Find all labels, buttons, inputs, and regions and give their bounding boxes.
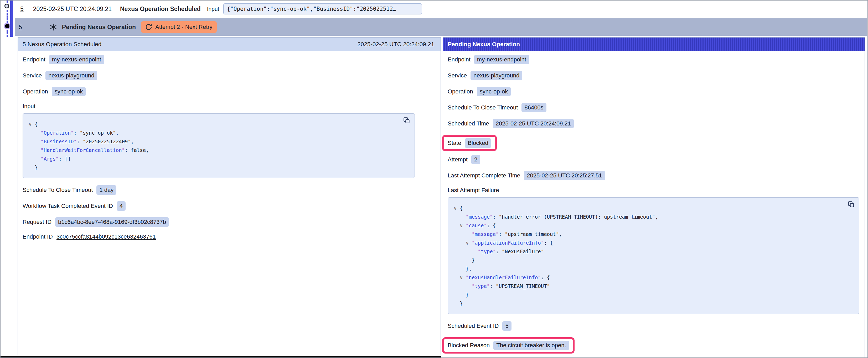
field-label: Endpoint ID bbox=[23, 233, 53, 240]
code-line: "message": "upstream timeout", bbox=[454, 230, 853, 238]
field-label: Scheduled Time bbox=[448, 120, 489, 127]
code-line: } bbox=[454, 256, 853, 265]
code-line: } bbox=[454, 299, 853, 308]
field-label: Attempt bbox=[448, 156, 468, 163]
field-row: Endpointmy-nexus-endpoint bbox=[23, 55, 435, 64]
field-value-badge: my-nexus-endpoint bbox=[49, 55, 104, 64]
collapse-caret-icon[interactable]: ∨ bbox=[460, 223, 463, 228]
field-value-badge: The circuit breaker is open. bbox=[493, 341, 569, 350]
field-value-badge: Blocked bbox=[465, 138, 491, 148]
field-label: Schedule To Close Timeout bbox=[23, 187, 93, 193]
field-label: Scheduled Event ID bbox=[448, 323, 499, 329]
event-id-link[interactable]: 5 bbox=[19, 24, 22, 31]
code-line: "type": "NexusFailure" bbox=[454, 247, 853, 256]
field-row: Endpoint ID3c0c75ccfa8144b092c13ce632463… bbox=[23, 233, 435, 240]
event-row-pending[interactable]: 5 Pending Nexus Operation Attempt 2 · Ne… bbox=[15, 19, 867, 36]
copy-button[interactable] bbox=[403, 117, 410, 124]
code-line: }, bbox=[454, 265, 853, 273]
code-line: ∨ { bbox=[29, 120, 408, 129]
failure-json-block: ∨ { "message": "handler error (UPSTREAM_… bbox=[448, 197, 859, 314]
field-row: Operationsync-op-ok bbox=[23, 87, 435, 96]
field-value-badge: b1c6a4bc-8ee7-468a-9169-df3b02c8737b bbox=[55, 217, 169, 227]
field-value-badge: 4 bbox=[117, 201, 126, 211]
workflow-history-screen: 5 2025-02-25 UTC 20:24:09.21 Nexus Opera… bbox=[0, 0, 868, 358]
field-row: Request IDb1c6a4bc-8ee7-468a-9169-df3b02… bbox=[23, 217, 435, 227]
code-line: "message": "handler error (UPSTREAM_TIME… bbox=[454, 213, 853, 221]
field-row: Schedule To Close Timeout1 day bbox=[23, 185, 435, 195]
field-label: Operation bbox=[448, 88, 473, 95]
field-label: Endpoint bbox=[448, 56, 470, 63]
field-row: Attempt2 bbox=[448, 155, 859, 164]
field-label: State bbox=[448, 140, 461, 147]
field-value-badge: nexus-playground bbox=[45, 71, 97, 80]
input-preview-box[interactable]: {"Operation":"sync-op-ok","BusinessID":"… bbox=[223, 3, 422, 14]
field-value-badge: 2 bbox=[471, 155, 480, 164]
copy-icon bbox=[403, 117, 410, 124]
scheduled-panel-header: 5 Nexus Operation Scheduled 2025-02-25 U… bbox=[18, 37, 440, 51]
field-row: StateBlocked bbox=[442, 135, 859, 151]
code-line: "Operation": "sync-op-ok", bbox=[29, 129, 408, 137]
input-label: Input bbox=[207, 6, 219, 12]
field-label: Workflow Task Completed Event ID bbox=[23, 203, 113, 209]
field-label: Service bbox=[448, 72, 467, 79]
input-json-block: ∨ { "Operation": "sync-op-ok", "Business… bbox=[23, 113, 415, 178]
pending-panel-header: Pending Nexus Operation bbox=[443, 37, 865, 51]
field-label: Service bbox=[23, 72, 42, 79]
scheduled-event-panel: 5 Nexus Operation Scheduled 2025-02-25 U… bbox=[18, 37, 441, 355]
event-row-scheduled[interactable]: 5 2025-02-25 UTC 20:24:09.21 Nexus Opera… bbox=[15, 2, 866, 16]
code-line: "type": "UPSTREAM_TIMEOUT" bbox=[454, 282, 853, 291]
field-label: Blocked Reason bbox=[448, 342, 490, 349]
field-row: Servicenexus-playground bbox=[448, 71, 859, 80]
annotation-highlight-box: Blocked ReasonThe circuit breaker is ope… bbox=[442, 337, 575, 354]
field-row: Workflow Task Completed Event ID4 bbox=[23, 201, 435, 211]
field-value-badge: sync-op-ok bbox=[477, 87, 511, 96]
pending-panel-title: Pending Nexus Operation bbox=[448, 41, 520, 48]
field-row: Servicenexus-playground bbox=[23, 71, 435, 80]
timeline-active-bar bbox=[10, 1, 13, 37]
field-row: Scheduled Event ID5 bbox=[448, 321, 859, 331]
viewport-bottom-edge bbox=[1, 356, 441, 358]
event-id-link[interactable]: 5 bbox=[20, 5, 24, 12]
collapse-caret-icon[interactable]: ∨ bbox=[454, 205, 457, 211]
timeline-dash bbox=[6, 10, 8, 23]
code-line: } bbox=[29, 163, 408, 172]
field-label: Operation bbox=[23, 88, 48, 95]
collapse-caret-icon[interactable]: ∨ bbox=[466, 240, 469, 246]
pending-operation-panel: Pending Nexus Operation Endpointmy-nexus… bbox=[443, 37, 865, 358]
field-value-badge: nexus-playground bbox=[470, 71, 522, 80]
field-row: Scheduled Time2025-02-25 UTC 20:24:09.21 bbox=[448, 119, 859, 128]
code-line: ∨ "nexusHandlerFailureInfo": { bbox=[454, 273, 853, 282]
field-row: Operationsync-op-ok bbox=[448, 87, 859, 96]
field-label: Request ID bbox=[23, 219, 52, 225]
field-value-link[interactable]: 3c0c75ccfa8144b092c13ce632463761 bbox=[57, 233, 156, 240]
pending-operation-title: Pending Nexus Operation bbox=[62, 24, 136, 31]
field-value-badge: 5 bbox=[502, 321, 511, 331]
field-value-badge: my-nexus-endpoint bbox=[474, 55, 529, 64]
field-row: Last Attempt Complete Time2025-02-25 UTC… bbox=[448, 171, 859, 180]
retry-attempt-badge: Attempt 2 · Next Retry bbox=[141, 21, 217, 33]
field-label: Last Attempt Complete Time bbox=[448, 172, 520, 179]
field-row: Endpointmy-nexus-endpoint bbox=[448, 55, 859, 64]
code-line: "Args": [] bbox=[29, 155, 408, 163]
code-line: "HandlerWaitForCancellation": false, bbox=[29, 146, 408, 155]
pending-asterisk-icon bbox=[50, 23, 57, 31]
scheduled-panel-title: 5 Nexus Operation Scheduled bbox=[23, 41, 101, 48]
timeline-open-dot-icon bbox=[4, 4, 9, 8]
input-section-label: Input bbox=[23, 103, 435, 110]
code-line: ∨ "cause": { bbox=[454, 221, 853, 230]
collapse-caret-icon[interactable]: ∨ bbox=[29, 121, 32, 127]
timeline-dash bbox=[6, 30, 8, 37]
field-value-badge: 2025-02-25 UTC 20:24:09.21 bbox=[493, 119, 574, 128]
copy-button[interactable] bbox=[847, 201, 855, 208]
field-label: Endpoint bbox=[23, 56, 45, 63]
field-row: Schedule To Close Timeout86400s bbox=[448, 103, 859, 112]
retry-badge-label: Attempt 2 · Next Retry bbox=[155, 24, 213, 30]
event-timestamp: 2025-02-25 UTC 20:24:09.21 bbox=[33, 5, 112, 12]
timeline-filled-dot-icon bbox=[5, 24, 9, 28]
retry-icon bbox=[145, 24, 152, 30]
code-line: "BusinessID": "20250225122409", bbox=[29, 137, 408, 146]
field-label: Schedule To Close Timeout bbox=[448, 104, 518, 111]
code-line: ∨ { bbox=[454, 204, 853, 213]
field-value-badge: sync-op-ok bbox=[52, 87, 86, 96]
collapse-caret-icon[interactable]: ∨ bbox=[460, 274, 463, 280]
